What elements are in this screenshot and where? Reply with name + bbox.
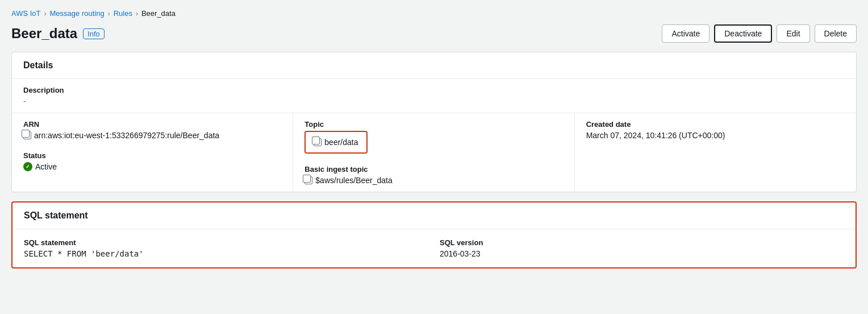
basic-ingest-value: $aws/rules/Beer_data: [304, 176, 562, 185]
breadcrumb-sep-2: ›: [108, 10, 110, 18]
sql-section-header: SQL statement: [12, 203, 856, 229]
status-label: Status: [23, 151, 281, 160]
topic-label: Topic: [304, 120, 562, 129]
breadcrumb: AWS IoT › Message routing › Rules › Beer…: [11, 9, 857, 18]
status-active-icon: [23, 162, 32, 171]
description-label: Description: [23, 86, 845, 94]
sql-grid: SQL statement SELECT * FROM 'beer/data' …: [24, 238, 844, 258]
page-title: Beer_data: [11, 26, 77, 42]
breadcrumb-aws-iot[interactable]: AWS IoT: [11, 9, 41, 18]
deactivate-button[interactable]: Deactivate: [714, 24, 772, 43]
arn-value: arn:aws:iot:eu-west-1:533266979275:rule/…: [23, 131, 281, 140]
page-header: Beer_data Info Activate Deactivate Edit …: [11, 24, 857, 43]
created-row: Created date March 07, 2024, 10:41:26 (U…: [586, 120, 845, 140]
breadcrumb-message-routing[interactable]: Message routing: [50, 9, 105, 18]
header-actions: Activate Deactivate Edit Delete: [662, 24, 857, 43]
breadcrumb-sep-1: ›: [44, 10, 47, 18]
copy-icon[interactable]: [23, 131, 31, 139]
topic-highlight-box: beer/data: [304, 131, 367, 154]
delete-button[interactable]: Delete: [815, 24, 857, 43]
detail-col-right: Created date March 07, 2024, 10:41:26 (U…: [575, 113, 856, 192]
sql-body: SQL statement SELECT * FROM 'beer/data' …: [12, 229, 856, 267]
description-row: Description -: [12, 79, 856, 113]
description-value: -: [23, 97, 845, 106]
activate-button[interactable]: Activate: [662, 24, 710, 43]
created-value: March 07, 2024, 10:41:26 (UTC+00:00): [586, 131, 845, 140]
sql-statement-col: SQL statement SELECT * FROM 'beer/data': [24, 238, 428, 258]
breadcrumb-current: Beer_data: [141, 9, 176, 18]
sql-statement-value: SELECT * FROM 'beer/data': [24, 249, 428, 258]
sql-section: SQL statement SQL statement SELECT * FRO…: [11, 201, 857, 268]
copy-icon-topic[interactable]: [314, 138, 322, 146]
details-section: Details Description - ARN arn:aws:iot:eu…: [11, 52, 857, 192]
sql-statement-label: SQL statement: [24, 238, 428, 247]
arn-row: ARN arn:aws:iot:eu-west-1:533266979275:r…: [23, 120, 281, 140]
status-row: Status Active: [23, 151, 281, 171]
info-badge[interactable]: Info: [83, 28, 105, 39]
basic-ingest-label: Basic ingest topic: [304, 165, 562, 173]
details-section-header: Details: [12, 52, 856, 79]
page-title-group: Beer_data Info: [11, 26, 105, 42]
created-label: Created date: [586, 120, 845, 129]
breadcrumb-sep-3: ›: [136, 10, 138, 18]
breadcrumb-rules[interactable]: Rules: [114, 9, 132, 18]
edit-button[interactable]: Edit: [777, 24, 809, 43]
copy-icon-ingest[interactable]: [304, 176, 312, 184]
detail-col-middle: Topic beer/data Basic ingest topic $aws/…: [293, 113, 574, 192]
basic-ingest-row: Basic ingest topic $aws/rules/Beer_data: [304, 165, 562, 185]
details-grid: ARN arn:aws:iot:eu-west-1:533266979275:r…: [12, 113, 856, 192]
arn-label: ARN: [23, 120, 281, 129]
sql-version-label: SQL version: [440, 238, 844, 247]
detail-col-left: ARN arn:aws:iot:eu-west-1:533266979275:r…: [12, 113, 293, 192]
status-value: Active: [23, 162, 281, 171]
sql-version-value: 2016-03-23: [440, 249, 844, 258]
topic-value: beer/data: [314, 138, 358, 147]
sql-version-col: SQL version 2016-03-23: [440, 238, 844, 258]
topic-row: Topic beer/data: [304, 120, 562, 154]
